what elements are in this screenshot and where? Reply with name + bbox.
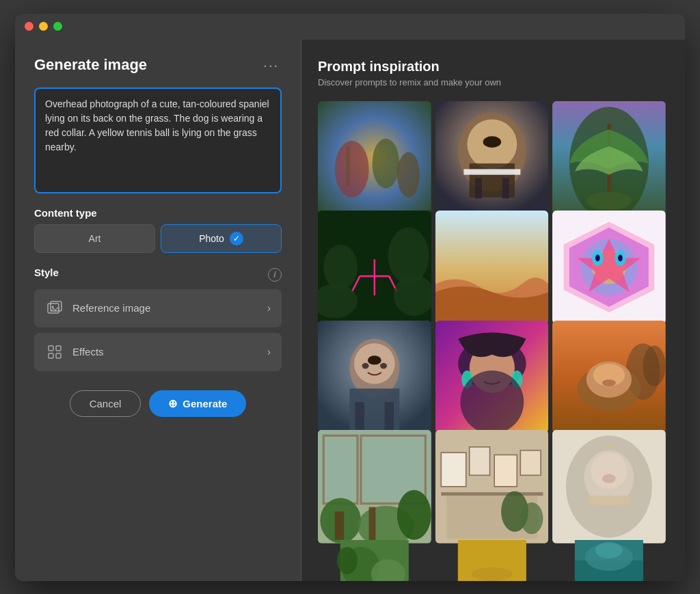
svg-rect-91 — [494, 455, 517, 486]
close-button[interactable] — [25, 22, 33, 31]
svg-rect-13 — [346, 146, 349, 186]
generate-button[interactable]: ⊕ Generate — [149, 390, 246, 417]
art-button[interactable]: Art — [34, 224, 155, 253]
maximize-button[interactable] — [53, 22, 62, 31]
grid-image-10[interactable] — [318, 430, 431, 543]
reference-image-icon — [45, 299, 64, 318]
reference-image-left: Reference image — [45, 299, 150, 318]
inspiration-subtitle: Discover prompts to remix and make your … — [318, 77, 669, 87]
effects-chevron: › — [267, 346, 271, 358]
panel-header: Generate image ··· — [34, 56, 282, 74]
effects-row[interactable]: Effects › — [34, 333, 282, 371]
inspiration-title: Prompt inspiration — [318, 59, 669, 75]
grid-image-5[interactable] — [435, 211, 549, 324]
svg-point-104 — [602, 474, 616, 483]
style-info-icon[interactable]: i — [268, 268, 282, 282]
titlebar — [15, 14, 685, 40]
grid-image-4[interactable] — [318, 211, 431, 324]
svg-rect-21 — [502, 178, 509, 198]
more-options-button[interactable]: ··· — [260, 57, 282, 73]
grid-image-3[interactable] — [552, 101, 666, 215]
main-window: Generate image ··· Overhead photograph o… — [15, 14, 685, 581]
photo-label: Photo — [199, 233, 224, 244]
image-grid — [318, 101, 669, 581]
svg-point-50 — [618, 255, 623, 262]
svg-rect-89 — [441, 453, 466, 487]
grid-image-2[interactable] — [435, 101, 549, 215]
svg-point-67 — [460, 370, 524, 433]
svg-point-10 — [397, 152, 420, 197]
svg-point-49 — [595, 255, 600, 262]
svg-rect-5 — [49, 353, 53, 358]
svg-point-115 — [471, 567, 512, 581]
svg-point-9 — [373, 138, 400, 188]
svg-rect-92 — [520, 450, 541, 475]
svg-rect-85 — [335, 511, 344, 539]
svg-point-101 — [591, 453, 628, 489]
svg-point-55 — [368, 355, 381, 364]
svg-rect-86 — [369, 507, 376, 541]
grid-image-7[interactable] — [318, 321, 431, 434]
grid-image-1[interactable] — [318, 101, 431, 215]
content-type-buttons: Art Photo ✓ — [34, 224, 282, 253]
svg-point-96 — [520, 502, 543, 534]
svg-rect-57 — [385, 402, 394, 433]
svg-point-8 — [335, 140, 369, 197]
svg-rect-105 — [589, 496, 630, 504]
minimize-button[interactable] — [39, 22, 48, 31]
svg-rect-4 — [56, 346, 61, 351]
svg-point-70 — [643, 345, 666, 386]
svg-rect-56 — [355, 402, 364, 433]
reference-image-row[interactable]: Reference image › — [34, 289, 282, 327]
content-type-label: Content type — [34, 207, 282, 219]
effects-label: Effects — [72, 346, 104, 357]
svg-point-35 — [323, 245, 358, 290]
svg-rect-18 — [463, 169, 520, 174]
art-label: Art — [89, 233, 101, 244]
generate-label: Generate — [183, 398, 227, 409]
svg-rect-20 — [475, 178, 482, 198]
panel-title: Generate image — [34, 56, 147, 74]
svg-point-59 — [380, 363, 387, 368]
grid-image-13[interactable] — [318, 540, 431, 581]
effects-left: Effects — [45, 342, 104, 362]
grid-image-8[interactable] — [435, 321, 549, 434]
cancel-button[interactable]: Cancel — [70, 390, 142, 417]
style-section: Style i — [34, 267, 282, 371]
svg-rect-3 — [49, 346, 53, 351]
actions-row: Cancel ⊕ Generate — [34, 390, 282, 417]
grid-image-6[interactable] — [552, 211, 666, 324]
main-content: Generate image ··· Overhead photograph o… — [15, 40, 685, 581]
svg-point-26 — [587, 191, 632, 210]
grid-image-11[interactable] — [435, 430, 549, 543]
right-panel: Prompt inspiration Discover prompts to r… — [301, 40, 685, 581]
prompt-textarea[interactable]: Overhead photograph of a cute, tan-colou… — [34, 87, 282, 193]
photo-button[interactable]: Photo ✓ — [161, 224, 282, 253]
left-panel: Generate image ··· Overhead photograph o… — [15, 40, 301, 581]
svg-rect-6 — [56, 353, 61, 358]
svg-point-36 — [388, 228, 429, 284]
effects-icon — [45, 342, 64, 362]
svg-rect-90 — [469, 447, 489, 475]
reference-image-chevron: › — [267, 302, 271, 314]
grid-image-12[interactable] — [552, 430, 666, 543]
svg-point-2 — [52, 306, 54, 308]
grid-image-9[interactable] — [552, 321, 666, 434]
svg-point-58 — [362, 363, 369, 368]
svg-point-76 — [602, 379, 616, 386]
style-row: Style i — [34, 267, 282, 284]
svg-point-84 — [397, 490, 431, 540]
content-type-section: Content type Art Photo ✓ — [34, 207, 282, 253]
grid-image-14[interactable] — [435, 540, 549, 581]
grid-image-15[interactable] — [552, 540, 666, 581]
reference-image-label: Reference image — [72, 302, 150, 314]
svg-point-110 — [337, 547, 358, 574]
traffic-lights — [25, 22, 62, 31]
selected-checkmark: ✓ — [230, 232, 243, 245]
style-label: Style — [34, 267, 59, 278]
generate-icon: ⊕ — [168, 397, 177, 410]
svg-rect-93 — [441, 492, 543, 496]
svg-point-19 — [483, 136, 501, 148]
svg-point-119 — [595, 542, 623, 558]
